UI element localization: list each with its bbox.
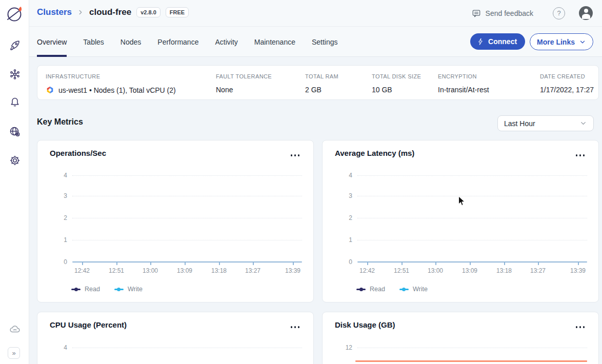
- tab-tables[interactable]: Tables: [83, 27, 104, 57]
- x-tick: 13:09: [458, 267, 481, 274]
- x-tick: 12:51: [390, 267, 413, 274]
- chart-card-cpu: CPU Usage (Percent) 4: [37, 312, 314, 364]
- chart-title: Average Latency (ms): [335, 149, 414, 157]
- y-tick: 2: [337, 214, 352, 221]
- x-tick: 13:18: [208, 267, 230, 274]
- tab-settings[interactable]: Settings: [312, 27, 338, 57]
- avatar-person-icon: [584, 9, 588, 13]
- gridline: [357, 240, 587, 240]
- chart-card-operations: Operations/Sec 4 3 2 1 0 12:42 12:51 13:…: [37, 140, 314, 302]
- globe-gear-icon: [8, 131, 22, 140]
- chart-menu-icon[interactable]: [574, 153, 587, 158]
- tab-actions: Connect More Links: [470, 33, 593, 50]
- time-range-select[interactable]: Last Hour: [497, 115, 594, 131]
- read-series-marker: [356, 289, 366, 290]
- y-tick: 2: [52, 214, 67, 221]
- y-tick: 4: [52, 172, 67, 179]
- sidebar-item-settings[interactable]: [8, 154, 22, 167]
- rocket-icon: [8, 45, 22, 54]
- gridline: [72, 348, 302, 348]
- network-icon: [8, 74, 22, 83]
- cluster-tab-bar: Overview Tables Nodes Performance Activi…: [29, 27, 602, 57]
- chart-title: Disk Usage (GB): [335, 320, 395, 329]
- y-tick: 1: [52, 236, 67, 244]
- chart-legend: Read Write: [356, 286, 428, 293]
- gear-icon: [8, 160, 22, 169]
- legend-item-read[interactable]: Read: [71, 286, 100, 293]
- key-metrics-title: Key Metrics: [37, 117, 83, 127]
- chart-title: CPU Usage (Percent): [50, 320, 127, 329]
- time-range-value: Last Hour: [504, 119, 535, 128]
- tabs: Overview Tables Nodes Performance Activi…: [37, 27, 338, 57]
- chart-menu-icon[interactable]: [289, 153, 302, 158]
- y-tick: 0: [52, 258, 67, 266]
- sidebar-item-cloud-status[interactable]: [8, 323, 22, 336]
- gridline: [357, 196, 587, 196]
- tab-nodes[interactable]: Nodes: [121, 27, 141, 57]
- sidebar-expand-button[interactable]: »: [8, 347, 20, 359]
- x-tick: 13:18: [493, 267, 515, 274]
- tab-overview[interactable]: Overview: [37, 27, 67, 57]
- x-tick: 13:39: [282, 267, 304, 274]
- user-avatar[interactable]: [579, 6, 593, 20]
- chevron-down-icon: [579, 119, 587, 127]
- tab-maintenance[interactable]: Maintenance: [254, 27, 295, 57]
- y-tick: 1: [337, 236, 352, 244]
- gridline: [357, 218, 587, 218]
- chevron-down-icon: [579, 38, 586, 46]
- more-links-button[interactable]: More Links: [530, 33, 593, 50]
- feedback-icon: [471, 8, 481, 18]
- cluster-info-card: INFRASTRUCTURE us-west1 • Nodes (1), Tot…: [37, 65, 599, 100]
- info-value: us-west1 • Nodes (1), Total vCPU (2): [58, 86, 176, 94]
- cluster-name: cloud-free: [89, 7, 131, 17]
- x-tick: 13:00: [424, 267, 447, 274]
- legend-item-write[interactable]: Write: [399, 286, 428, 293]
- send-feedback-button[interactable]: Send feedback: [471, 8, 533, 18]
- y-tick: 0: [337, 258, 352, 266]
- y-tick: 4: [52, 344, 67, 351]
- y-tick: 12: [337, 344, 352, 351]
- gridline: [357, 175, 587, 176]
- disk-limit-line: [355, 360, 587, 362]
- plan-badge: FREE: [166, 7, 189, 17]
- x-axis: [357, 261, 587, 262]
- info-label: INFRASTRUCTURE: [46, 73, 100, 79]
- write-series-marker: [114, 289, 124, 290]
- breadcrumb-clusters-link[interactable]: Clusters: [37, 7, 72, 17]
- x-tick: 12:42: [356, 267, 378, 274]
- gcp-icon: [46, 86, 54, 94]
- x-tick: 13:00: [139, 267, 162, 274]
- sidebar-item-clusters[interactable]: [8, 39, 22, 52]
- sidebar-item-network[interactable]: [8, 68, 22, 81]
- x-tick: 12:51: [105, 267, 128, 274]
- bell-icon: [8, 101, 22, 110]
- connect-button[interactable]: Connect: [470, 33, 525, 50]
- tab-activity[interactable]: Activity: [215, 27, 237, 57]
- sidebar: »: [0, 0, 29, 364]
- version-badge: v2.8.0: [136, 7, 160, 17]
- chart-menu-icon[interactable]: [289, 325, 302, 330]
- x-tick: 13:27: [242, 267, 264, 274]
- chart-card-disk: Disk Usage (GB) 12: [322, 312, 599, 364]
- breadcrumb: Clusters cloud-free v2.8.0 FREE: [37, 7, 189, 17]
- lightning-bolt-icon: [476, 37, 485, 46]
- sidebar-item-alerts[interactable]: [8, 95, 22, 108]
- x-tick: 12:42: [71, 267, 93, 274]
- x-axis: [72, 261, 302, 262]
- tab-performance[interactable]: Performance: [157, 27, 198, 57]
- double-chevron-right-icon: »: [12, 349, 15, 357]
- connect-label: Connect: [488, 37, 517, 46]
- sidebar-item-admin[interactable]: [8, 125, 22, 138]
- gridline: [72, 218, 302, 218]
- legend-item-write[interactable]: Write: [114, 286, 143, 293]
- top-bar-actions: Send feedback ?: [471, 6, 593, 20]
- x-tick: 13:09: [173, 267, 196, 274]
- y-tick: 3: [337, 192, 352, 199]
- y-tick: 4: [337, 172, 352, 179]
- brand-logo-icon[interactable]: [5, 4, 25, 24]
- legend-item-read[interactable]: Read: [356, 286, 385, 293]
- more-links-label: More Links: [537, 38, 575, 46]
- x-tick: 13:39: [567, 267, 589, 274]
- chart-menu-icon[interactable]: [574, 325, 587, 330]
- help-button[interactable]: ?: [553, 7, 565, 19]
